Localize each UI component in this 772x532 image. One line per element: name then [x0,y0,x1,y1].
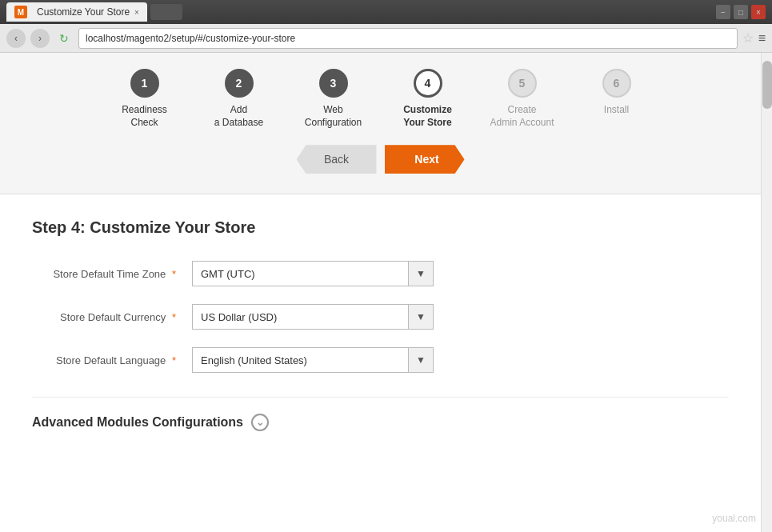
step-1-circle: 1 [130,69,159,98]
maximize-button[interactable]: □ [734,5,748,19]
browser-content: 1 ReadinessCheck 2 Adda Database 3 [0,53,772,532]
back-button[interactable]: Back [297,145,377,174]
language-control: ▼ [192,347,434,373]
tab-close-button[interactable]: × [134,8,139,17]
step-3-label: WebConfiguration [305,104,362,129]
back-button[interactable]: ‹ [6,29,26,48]
watermark: youal.com [712,513,756,524]
timezone-label: Store Default Time Zone * [32,268,192,280]
address-bar: ‹ › ↻ localhost/magento2/setup/#/customi… [0,24,772,53]
language-group: Store Default Language * ▼ [32,347,729,373]
currency-control: ▼ [192,304,434,330]
step-6-circle: 6 [602,69,631,98]
timezone-dropdown-button[interactable]: ▼ [408,261,434,286]
language-input[interactable] [192,347,408,373]
step-title: Step 4: Customize Your Store [32,218,729,237]
magento-icon: M [14,6,27,18]
step-6-label: Install [604,104,629,117]
step-1: 1 ReadinessCheck [101,69,189,129]
browser-menu-button[interactable]: ≡ [758,31,766,46]
language-label: Store Default Language * [32,354,192,366]
currency-required: * [172,311,176,323]
url-text: localhost/magento2/setup/#/customize-you… [86,33,295,44]
tab-label: Customize Your Store [37,6,130,18]
content-area: Step 4: Customize Your Store Store Defau… [0,194,761,455]
window-controls: − □ × [716,5,766,19]
language-dropdown-button[interactable]: ▼ [408,347,434,373]
step-2: 2 Adda Database [195,69,283,129]
currency-group: Store Default Currency * ▼ [32,304,729,330]
step-3-circle: 3 [319,69,348,98]
bookmark-button[interactable]: ☆ [742,30,754,46]
step-3: 3 WebConfiguration [290,69,378,129]
step-6: 6 Install [573,69,661,117]
stepper-container: 1 ReadinessCheck 2 Adda Database 3 [0,53,761,194]
timezone-required: * [172,268,176,280]
advanced-section: Advanced Modules Configurations ⌄ [32,397,729,431]
currency-input[interactable] [192,304,408,330]
forward-button[interactable]: › [30,29,50,48]
scrollbar[interactable] [761,53,772,532]
step-1-label: ReadinessCheck [122,104,167,129]
browser-tab[interactable]: M Customize Your Store × [6,2,147,22]
advanced-chevron-icon: ⌄ [251,414,269,431]
step-4-circle: 4 [414,69,442,98]
language-required: * [172,354,176,366]
timezone-input[interactable] [192,261,408,286]
title-bar: M Customize Your Store × − □ × [0,0,772,24]
refresh-button[interactable]: ↻ [54,29,74,48]
stepper-buttons: Back Next [32,145,729,174]
close-window-button[interactable]: × [751,5,766,19]
step-2-circle: 2 [225,69,254,98]
timezone-group: Store Default Time Zone * ▼ [32,261,729,286]
next-button[interactable]: Next [385,145,465,174]
steps-row: 1 ReadinessCheck 2 Adda Database 3 [101,69,661,129]
step-5-label: CreateAdmin Account [490,104,554,129]
step-5-circle: 5 [508,69,537,98]
step-5: 5 CreateAdmin Account [478,69,566,129]
timezone-control: ▼ [192,261,434,286]
main-area: 1 ReadinessCheck 2 Adda Database 3 [0,53,761,532]
step-4: 4 CustomizeYour Store [384,69,472,129]
step-4-label: CustomizeYour Store [403,104,452,129]
advanced-title-text: Advanced Modules Configurations [32,415,243,430]
new-tab-area[interactable] [150,4,182,20]
step-2-label: Adda Database [214,104,263,129]
scrollbar-thumb[interactable] [762,61,772,109]
advanced-toggle[interactable]: Advanced Modules Configurations ⌄ [32,414,729,431]
stepper: 1 ReadinessCheck 2 Adda Database 3 [32,69,729,129]
currency-dropdown-button[interactable]: ▼ [408,304,434,330]
url-input[interactable]: localhost/magento2/setup/#/customize-you… [78,28,738,49]
minimize-button[interactable]: − [716,5,730,19]
currency-label: Store Default Currency * [32,311,192,323]
